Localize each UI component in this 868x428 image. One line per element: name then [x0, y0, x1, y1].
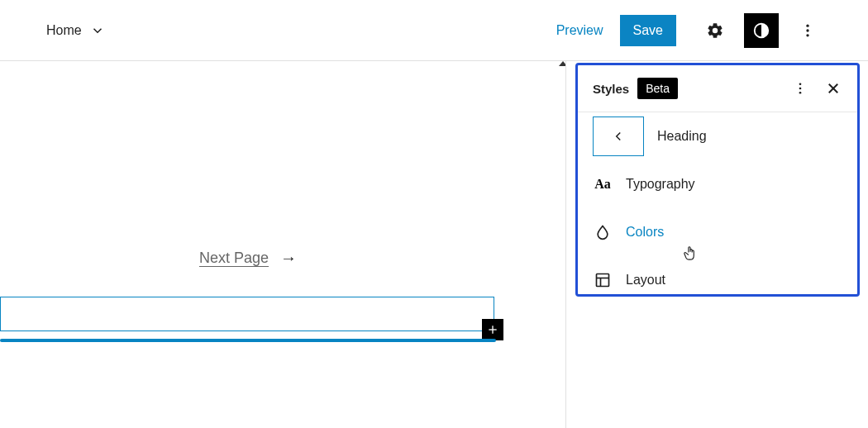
layout-icon	[594, 272, 611, 288]
svg-rect-11	[597, 274, 609, 287]
gear-icon	[706, 21, 724, 40]
preview-link[interactable]: Preview	[556, 23, 603, 38]
plus-icon	[486, 323, 499, 336]
selected-block[interactable]	[0, 297, 494, 331]
add-block-button[interactable]	[482, 319, 503, 340]
top-bar: Home Preview Save	[0, 0, 868, 61]
styles-panel-header: Styles Beta	[578, 65, 857, 112]
editor-canvas[interactable]: Next Page →	[0, 61, 565, 428]
styles-panel: Styles Beta Heading Aa Typography Colors…	[575, 63, 860, 297]
styles-item-label: Layout	[626, 273, 665, 288]
svg-point-8	[799, 92, 802, 94]
typography-icon: Aa	[594, 177, 611, 192]
styles-item-label: Colors	[626, 225, 664, 240]
next-page-link[interactable]: Next Page	[199, 250, 269, 267]
svg-point-6	[799, 83, 802, 85]
home-label: Home	[46, 23, 82, 38]
scroll-up-indicator	[559, 61, 565, 66]
styles-item-typography[interactable]: Aa Typography	[578, 160, 857, 208]
svg-point-1	[806, 24, 808, 26]
beta-badge: Beta	[637, 78, 678, 99]
styles-close-button[interactable]	[821, 76, 846, 101]
drop-icon	[594, 224, 611, 240]
back-button[interactable]	[593, 117, 644, 156]
styles-toggle-button[interactable]	[744, 13, 779, 48]
styles-item-label: Typography	[626, 177, 695, 192]
top-actions: Preview Save	[556, 13, 825, 48]
close-icon	[826, 81, 841, 96]
half-circle-icon	[752, 21, 770, 40]
styles-panel-title: Styles	[593, 82, 629, 96]
home-dropdown[interactable]: Home	[46, 23, 105, 38]
styles-more-button[interactable]	[788, 76, 813, 101]
svg-point-2	[806, 29, 808, 31]
svg-point-7	[799, 88, 802, 90]
styles-section-title: Heading	[657, 129, 707, 144]
chevron-left-icon	[611, 129, 626, 144]
panel-divider	[565, 61, 566, 428]
more-options-button[interactable]	[790, 13, 825, 48]
styles-item-layout[interactable]: Layout	[578, 256, 857, 304]
svg-point-3	[806, 34, 808, 36]
settings-button[interactable]	[698, 13, 732, 48]
arrow-right-icon: →	[280, 249, 297, 268]
kebab-icon	[799, 22, 816, 39]
kebab-icon	[793, 81, 808, 96]
insertion-indicator	[0, 339, 496, 342]
styles-item-colors[interactable]: Colors	[578, 208, 857, 256]
next-page-block[interactable]: Next Page →	[0, 249, 496, 268]
save-button[interactable]: Save	[620, 15, 676, 46]
chevron-down-icon	[90, 23, 105, 38]
styles-back-row[interactable]: Heading	[578, 112, 857, 160]
